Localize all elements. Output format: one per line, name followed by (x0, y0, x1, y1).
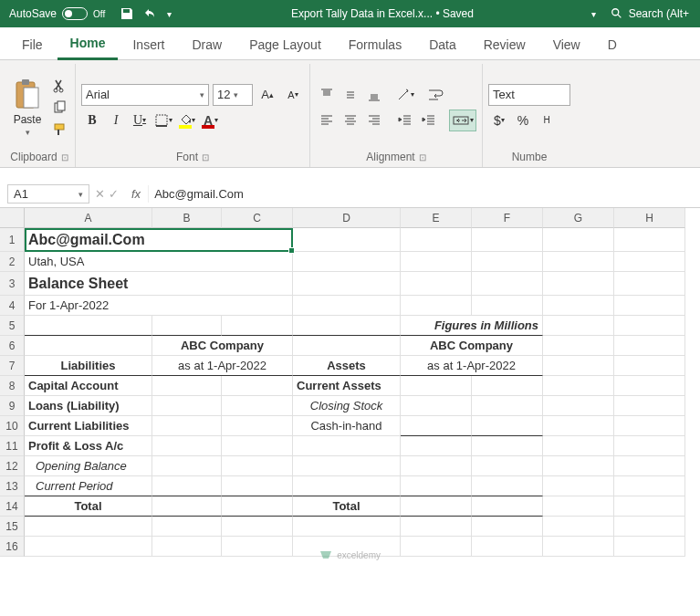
cell[interactable]: Assets (293, 356, 401, 376)
name-box[interactable]: A1▾ (7, 184, 89, 204)
undo-icon[interactable] (143, 6, 158, 21)
increase-indent-icon[interactable] (418, 110, 440, 131)
bold-button[interactable]: B (81, 110, 103, 131)
cell[interactable] (152, 517, 222, 537)
cell[interactable] (543, 336, 614, 356)
cell[interactable] (472, 272, 543, 296)
cell[interactable] (543, 396, 614, 416)
cell[interactable] (472, 252, 543, 272)
col-header[interactable]: E (401, 208, 472, 228)
cell[interactable] (401, 228, 472, 252)
tab-file[interactable]: File (9, 32, 56, 59)
cell[interactable] (293, 456, 401, 476)
cell[interactable] (614, 356, 685, 376)
cell[interactable] (25, 517, 152, 537)
cell[interactable] (614, 376, 685, 396)
cell[interactable]: ABC Company (152, 336, 293, 356)
cell[interactable] (614, 316, 685, 336)
cell[interactable] (222, 396, 293, 416)
cell[interactable] (401, 436, 472, 456)
cell[interactable] (222, 316, 293, 336)
col-header[interactable]: A (25, 208, 152, 228)
cell[interactable] (152, 416, 222, 436)
cell[interactable] (152, 537, 222, 557)
cell[interactable]: Capital Account (25, 376, 152, 396)
row-header[interactable]: 7 (0, 356, 25, 376)
number-format-combo[interactable]: Text (488, 84, 570, 106)
cell[interactable] (472, 517, 543, 537)
align-left-icon[interactable] (316, 110, 338, 131)
cell[interactable] (152, 316, 222, 336)
cell[interactable] (614, 537, 685, 557)
row-header[interactable]: 13 (0, 476, 25, 496)
cell[interactable] (401, 272, 472, 296)
cell[interactable]: Figures in Millions (401, 316, 543, 336)
cell[interactable]: Closing Stock (293, 396, 401, 416)
cell[interactable] (293, 316, 401, 336)
cell[interactable] (293, 336, 401, 356)
row-header[interactable]: 5 (0, 316, 25, 336)
cell[interactable] (293, 517, 401, 537)
cell[interactable] (543, 436, 614, 456)
cell[interactable] (543, 517, 614, 537)
cell[interactable] (25, 316, 152, 336)
cell[interactable] (222, 416, 293, 436)
cell[interactable]: Balance Sheet (25, 272, 293, 296)
comma-format-icon[interactable]: H (536, 110, 558, 131)
cell[interactable] (472, 456, 543, 476)
cell[interactable] (401, 517, 472, 537)
col-header[interactable]: H (614, 208, 685, 228)
select-all-corner[interactable] (0, 208, 25, 228)
cell[interactable]: Abc@gmail.Com (25, 228, 293, 252)
cell[interactable] (222, 476, 293, 496)
row-header[interactable]: 12 (0, 456, 25, 476)
cell[interactable] (472, 228, 543, 252)
fill-color-button[interactable]: ▾ (176, 110, 198, 131)
row-header[interactable]: 14 (0, 496, 25, 517)
cell[interactable]: as at 1-Apr-2022 (152, 356, 293, 376)
wrap-text-icon[interactable] (425, 84, 447, 106)
alignment-launcher-icon[interactable]: ⊡ (419, 152, 426, 162)
accounting-format-icon[interactable]: $ ▾ (488, 110, 510, 131)
cell[interactable] (614, 272, 685, 296)
cell[interactable] (543, 228, 614, 252)
cell[interactable] (543, 252, 614, 272)
col-header[interactable]: D (293, 208, 401, 228)
align-top-icon[interactable] (316, 84, 338, 106)
align-right-icon[interactable] (363, 110, 385, 131)
tab-home[interactable]: Home (57, 30, 119, 60)
align-middle-icon[interactable] (340, 84, 361, 106)
cell[interactable] (543, 496, 614, 517)
cell[interactable] (401, 537, 472, 557)
cell[interactable] (222, 456, 293, 476)
cell[interactable]: Liabilities (25, 356, 152, 376)
clipboard-launcher-icon[interactable]: ⊡ (61, 152, 68, 162)
cell[interactable] (293, 252, 401, 272)
cell[interactable] (472, 396, 543, 416)
cell[interactable] (401, 456, 472, 476)
decrease-font-icon[interactable]: A▾ (282, 84, 304, 106)
tab-page-layout[interactable]: Page Layout (236, 32, 334, 59)
cell[interactable] (543, 272, 614, 296)
cell[interactable]: Utah, USA (25, 252, 293, 272)
cancel-icon[interactable]: ✕ (95, 187, 105, 201)
cell[interactable]: Opening Balance (25, 456, 152, 476)
cell[interactable] (222, 496, 293, 517)
border-button[interactable]: ▾ (152, 110, 174, 131)
cell[interactable] (152, 376, 222, 396)
merge-center-icon[interactable]: ▾ (449, 110, 476, 131)
cell[interactable]: Current Assets (293, 376, 401, 396)
cell[interactable] (472, 537, 543, 557)
increase-font-icon[interactable]: A▴ (256, 84, 278, 106)
cell[interactable] (472, 296, 543, 316)
format-painter-icon[interactable] (49, 120, 69, 140)
cell[interactable] (222, 537, 293, 557)
align-bottom-icon[interactable] (363, 84, 385, 106)
font-color-button[interactable]: A▾ (200, 110, 222, 131)
col-header[interactable]: C (222, 208, 293, 228)
cell[interactable] (614, 228, 685, 252)
cell[interactable] (543, 456, 614, 476)
row-header[interactable]: 4 (0, 296, 25, 316)
col-header[interactable]: B (152, 208, 222, 228)
cell[interactable]: Total (25, 496, 152, 517)
